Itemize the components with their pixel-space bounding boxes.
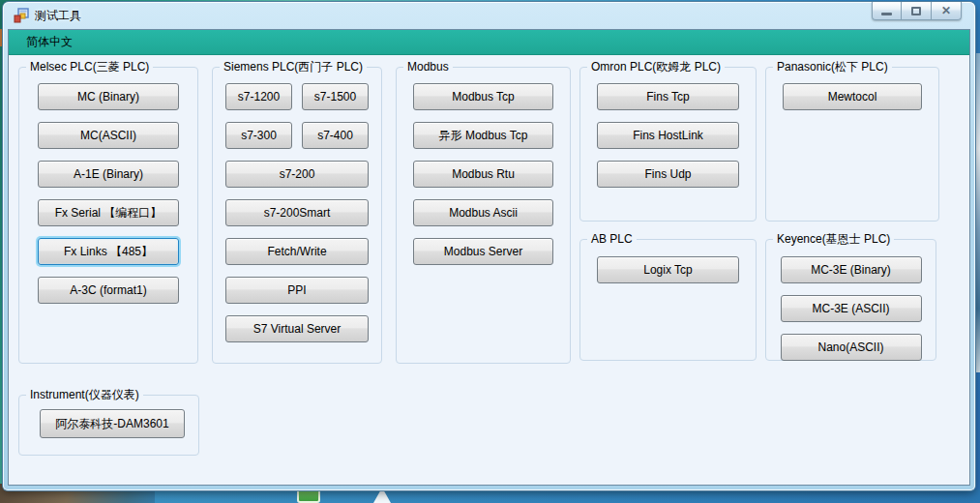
button-fins-tcp[interactable]: Fins Tcp <box>597 83 739 110</box>
button-modbus-tcp[interactable]: Modbus Tcp <box>413 83 553 110</box>
minimize-button[interactable] <box>872 2 902 20</box>
button-alien-modbus-tcp[interactable]: 异形 Modbus Tcp <box>413 122 553 149</box>
button-s7-200smart[interactable]: s7-200Smart <box>225 199 369 226</box>
button-s7-virtual-server[interactable]: S7 Virtual Server <box>225 315 369 342</box>
group-title-modbus: Modbus <box>403 60 453 74</box>
group-siemens-plc: Siemens PLC(西门子 PLC) s7-1200 s7-1500 s7-… <box>212 60 382 364</box>
group-ab-plc: AB PLC Logix Tcp <box>579 232 757 361</box>
button-s7-400[interactable]: s7-400 <box>302 122 369 149</box>
group-content: Fins Tcp Fins HostLink Fins Udp <box>579 67 757 222</box>
button-logix-tcp[interactable]: Logix Tcp <box>597 256 739 283</box>
button-modbus-ascii[interactable]: Modbus Ascii <box>413 199 553 226</box>
group-modbus: Modbus Modbus Tcp 异形 Modbus Tcp Modbus R… <box>396 60 571 364</box>
group-content: s7-1200 s7-1500 s7-300 s7-400 s7-200 s7-… <box>212 67 382 364</box>
group-title-siemens: Siemens PLC(西门子 PLC) <box>220 60 367 74</box>
button-mc3e-binary[interactable]: MC-3E (Binary) <box>781 256 922 283</box>
maximize-button[interactable] <box>902 2 932 20</box>
button-s7-1500[interactable]: s7-1500 <box>302 83 369 110</box>
button-modbus-rtu[interactable]: Modbus Rtu <box>413 161 553 188</box>
button-mewtocol[interactable]: Mewtocol <box>783 83 922 110</box>
group-melsec-plc: Melsec PLC(三菱 PLC) MC (Binary) MC(ASCII)… <box>18 60 198 364</box>
group-content: MC-3E (Binary) MC-3E (ASCII) Nano(ASCII) <box>765 239 936 361</box>
client-area: Melsec PLC(三菱 PLC) MC (Binary) MC(ASCII)… <box>9 55 969 485</box>
menu-bar: 简体中文 <box>9 30 969 55</box>
button-fins-hostlink[interactable]: Fins HostLink <box>597 122 739 149</box>
button-ppi[interactable]: PPI <box>225 277 369 304</box>
titlebar[interactable]: 测试工具 ✕ <box>3 2 975 29</box>
button-fx-links[interactable]: Fx Links 【485】 <box>38 238 179 265</box>
window-body: 简体中文 Melsec PLC(三菱 PLC) MC (Binary) MC(A… <box>8 29 970 486</box>
button-row: s7-1200 s7-1500 <box>225 83 369 110</box>
group-omron-plc: Omron PLC(欧姆龙 PLC) Fins Tcp Fins HostLin… <box>579 60 757 222</box>
button-fins-udp[interactable]: Fins Udp <box>597 161 739 188</box>
button-s7-200[interactable]: s7-200 <box>225 161 369 188</box>
group-content: 阿尔泰科技-DAM3601 <box>18 395 199 456</box>
button-fx-serial[interactable]: Fx Serial 【编程口】 <box>38 199 179 226</box>
group-title-abplc: AB PLC <box>587 232 637 246</box>
winform-app-icon <box>14 8 29 23</box>
button-mc-ascii[interactable]: MC(ASCII) <box>38 122 179 149</box>
group-title-instrument: Instrument(仪器仪表) <box>26 388 143 401</box>
button-row: s7-300 s7-400 <box>225 122 369 149</box>
maximize-icon <box>911 7 921 15</box>
button-fetch-write[interactable]: Fetch/Write <box>225 238 369 265</box>
group-title-melsec: Melsec PLC(三菱 PLC) <box>26 60 153 74</box>
button-dam3601[interactable]: 阿尔泰科技-DAM3601 <box>40 409 185 438</box>
group-keyence-plc: Keyence(基恩士 PLC) MC-3E (Binary) MC-3E (A… <box>765 232 936 361</box>
window-title: 测试工具 <box>35 8 81 24</box>
group-title-keyence: Keyence(基恩士 PLC) <box>773 232 894 246</box>
group-title-panasonic: Panasonic(松下 PLC) <box>773 60 892 74</box>
button-mc3e-ascii[interactable]: MC-3E (ASCII) <box>781 295 922 322</box>
close-button[interactable]: ✕ <box>932 2 962 20</box>
group-instrument: Instrument(仪器仪表) 阿尔泰科技-DAM3601 <box>18 388 199 456</box>
button-a1e-binary[interactable]: A-1E (Binary) <box>38 161 179 188</box>
button-modbus-server[interactable]: Modbus Server <box>413 238 553 265</box>
caption-buttons: ✕ <box>872 2 962 20</box>
close-icon: ✕ <box>941 5 951 16</box>
minimize-icon <box>881 13 892 15</box>
group-title-omron: Omron PLC(欧姆龙 PLC) <box>587 60 725 74</box>
group-content: Modbus Tcp 异形 Modbus Tcp Modbus Rtu Modb… <box>396 67 571 364</box>
group-content: Mewtocol <box>765 67 939 222</box>
app-window: 测试工具 ✕ 简体中文 Melsec PLC(三菱 PLC) MC (Binar… <box>3 2 975 490</box>
group-panasonic-plc: Panasonic(松下 PLC) Mewtocol <box>765 60 939 222</box>
group-content: Logix Tcp <box>579 239 757 361</box>
menu-item-language[interactable]: 简体中文 <box>20 31 78 53</box>
button-nano-ascii[interactable]: Nano(ASCII) <box>781 334 922 361</box>
button-s7-300[interactable]: s7-300 <box>225 122 292 149</box>
button-mc-binary[interactable]: MC (Binary) <box>38 83 179 110</box>
group-content: MC (Binary) MC(ASCII) A-1E (Binary) Fx S… <box>18 67 198 364</box>
wallpaper-sea <box>155 489 980 503</box>
button-a3c-format1[interactable]: A-3C (format1) <box>38 277 179 304</box>
button-s7-1200[interactable]: s7-1200 <box>225 83 292 110</box>
